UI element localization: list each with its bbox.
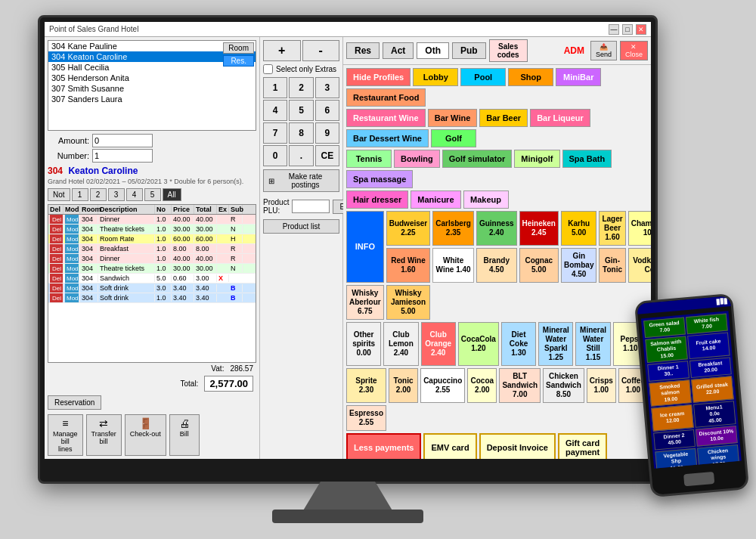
item-brandy[interactable]: Brandy4.50 [476, 248, 517, 283]
night-5[interactable]: 5 [144, 188, 161, 201]
phone-item-dinner2[interactable]: Dinner 245.00 [653, 429, 696, 450]
select-extras-checkbox[interactable] [263, 64, 273, 74]
phone-home-button[interactable] [683, 472, 714, 486]
night-not[interactable]: Not [48, 188, 70, 201]
del-btn[interactable]: Del [50, 293, 64, 302]
item-tonic[interactable]: Tonic 2.00 [389, 368, 418, 403]
item-carlsberg[interactable]: Carlsberg2.35 [432, 211, 474, 246]
product-plu-input[interactable] [292, 200, 330, 213]
item-other-spirits[interactable]: Otherspirits 0.00 [346, 322, 381, 366]
item-heineken[interactable]: Heineken2.45 [519, 211, 559, 246]
send-button[interactable]: 📤 Send [590, 41, 617, 60]
cat-bar-wine[interactable]: Bar Wine [428, 109, 478, 127]
del-btn[interactable]: Del [50, 244, 64, 253]
cat-restaurant-wine[interactable]: Restaurant Wine [346, 109, 426, 127]
numpad-9[interactable]: 9 [315, 122, 339, 144]
phone-item-white-fish[interactable]: White fish7.00 [686, 314, 728, 334]
del-btn[interactable]: Del [50, 283, 64, 293]
mod-btn[interactable]: Mod [65, 225, 79, 234]
phone-item-green-salad[interactable]: Green salad7.00 [643, 317, 686, 337]
item-karhu[interactable]: Karhu 5.00 [561, 211, 596, 246]
cat-bar-dessert-wine[interactable]: Bar Dessert Wine [346, 129, 429, 147]
cat-bar-liqueur[interactable]: Bar Liqueur [530, 109, 590, 127]
table-row[interactable]: Del Mod 304 Theatre tickets 1.0 30.00 30… [48, 225, 256, 234]
info-button[interactable]: INFO [346, 211, 384, 283]
tab-act[interactable]: Act [383, 42, 414, 59]
pay-deposit-invoice[interactable]: Deposit Invoice [479, 433, 556, 459]
item-capuccino[interactable]: Capuccino2.55 [420, 368, 465, 403]
manage-bill-lines-button[interactable]: ≡ Managebilllines [48, 414, 83, 456]
numpad-8[interactable]: 8 [289, 122, 313, 144]
tab-pub[interactable]: Pub [452, 42, 486, 59]
tab-oth[interactable]: Oth [417, 42, 449, 59]
reservation-button[interactable]: Reservation [48, 395, 101, 410]
phone-item-grilled-steak[interactable]: Grilled steak22.00 [691, 376, 734, 403]
cat-lobby[interactable]: Lobby [413, 68, 458, 86]
phone-item-salmon[interactable]: Salmon withChablis15.00 [645, 336, 688, 363]
del-btn[interactable]: Del [50, 254, 64, 263]
item-sprite[interactable]: Sprite 2.30 [346, 368, 386, 403]
item-mineral-water-sparkl[interactable]: MineralWaterSparkl 1.25 [538, 322, 573, 366]
item-lager-beer[interactable]: Lager Beer1.60 [599, 211, 625, 246]
guest-item[interactable]: 307 Sanders Laura [48, 94, 256, 104]
number-input[interactable] [92, 149, 153, 163]
maximize-button[interactable]: □ [622, 24, 633, 35]
mod-btn[interactable]: Mod [65, 215, 79, 224]
phone-item-fruit-cake[interactable]: Fruit cake14.00 [687, 332, 730, 359]
table-row[interactable]: Del Mod 304 Breakfast 1.0 8.00 8.00 R [48, 244, 256, 254]
phone-item-discount[interactable]: Discount 10%10.0e [696, 426, 738, 446]
cat-spa-massage[interactable]: Spa massage [346, 170, 413, 188]
minus-button[interactable]: - [302, 40, 340, 61]
cat-pool[interactable]: Pool [460, 68, 506, 86]
product-list-button[interactable]: Product list [263, 219, 339, 234]
item-diet-coke[interactable]: Diet Coke1.30 [501, 322, 536, 366]
minimize-button[interactable]: — [609, 24, 619, 35]
cat-manicure[interactable]: Manicure [411, 191, 460, 209]
cat-golf-simulator[interactable]: Golf simulator [442, 150, 513, 168]
mod-btn[interactable]: Mod [65, 293, 79, 302]
item-mineral-water-still[interactable]: MineralWater Still1.15 [575, 322, 610, 366]
item-blt-sandwich[interactable]: BLTSandwich7.00 [499, 368, 541, 403]
phone-item-vegetable[interactable]: VegetableShp11.00 [655, 448, 698, 469]
numpad-ce[interactable]: CE [315, 145, 339, 166]
cat-tennis[interactable]: Tennis [346, 150, 392, 168]
numpad-6[interactable]: 6 [315, 100, 339, 121]
item-cocacola[interactable]: CocaCola1.20 [458, 322, 499, 366]
item-chicken-sandwich[interactable]: ChickenSandwich8.50 [543, 368, 584, 403]
plus-button[interactable]: + [263, 40, 301, 61]
item-guinness[interactable]: Guinness2.40 [476, 211, 517, 246]
item-gin-tonic[interactable]: Gin-Tonic [599, 248, 625, 283]
night-1[interactable]: 1 [72, 188, 88, 201]
cat-shop[interactable]: Shop [508, 68, 553, 86]
night-2[interactable]: 2 [90, 188, 107, 201]
numpad-4[interactable]: 4 [263, 100, 287, 121]
close-window-button[interactable]: ✕ [636, 24, 646, 35]
item-vodka-cola[interactable]: Vodka withCola [628, 248, 651, 283]
phone-item-breakfast[interactable]: Breakfast20.00 [689, 357, 732, 377]
item-crisps[interactable]: Crisps 1.00 [587, 368, 616, 403]
close-button[interactable]: ✕ Close [620, 41, 648, 60]
pay-less-payments[interactable]: Less payments [346, 433, 421, 459]
del-btn[interactable]: Del [50, 274, 64, 283]
cat-restaurant-food[interactable]: Restaurant Food [346, 88, 426, 107]
table-row[interactable]: Del Mod 304 Dinner 1.0 40.00 40.00 R [48, 254, 256, 264]
pay-gift-card[interactable]: Gift cardpayment [558, 433, 607, 459]
numpad-1[interactable]: 1 [263, 77, 287, 98]
numpad-dot[interactable]: . [289, 145, 313, 166]
del-btn[interactable]: Del [50, 264, 64, 273]
night-3[interactable]: 3 [108, 188, 125, 201]
mod-btn[interactable]: Mod [65, 274, 79, 283]
make-rate-postings-button[interactable]: ⊞ Make rate postings [263, 169, 339, 192]
phone-item-menu1[interactable]: Menu10.0e45.00 [693, 401, 736, 428]
item-budweiser[interactable]: Budweiser2.25 [386, 211, 431, 246]
guest-item[interactable]: 305 Henderson Anita [48, 73, 256, 83]
pay-emv-card[interactable]: EMV card [423, 433, 476, 459]
table-row[interactable]: Del Mod 304 Theatre tickets 1.0 30.00 30… [48, 264, 256, 274]
mod-btn[interactable]: Mod [65, 244, 79, 253]
cat-bar-beer[interactable]: Bar Beer [479, 109, 528, 127]
item-whisky-jamieson[interactable]: WhiskyJamieson5.00 [386, 285, 431, 320]
cat-hide-profiles[interactable]: Hide Profiles [346, 68, 411, 86]
cat-bowling[interactable]: Bowling [394, 150, 440, 168]
phone-item-chicken-wings[interactable]: Chicken wings17.99 [697, 445, 740, 469]
item-club-orange[interactable]: ClubOrange2.40 [421, 322, 456, 366]
